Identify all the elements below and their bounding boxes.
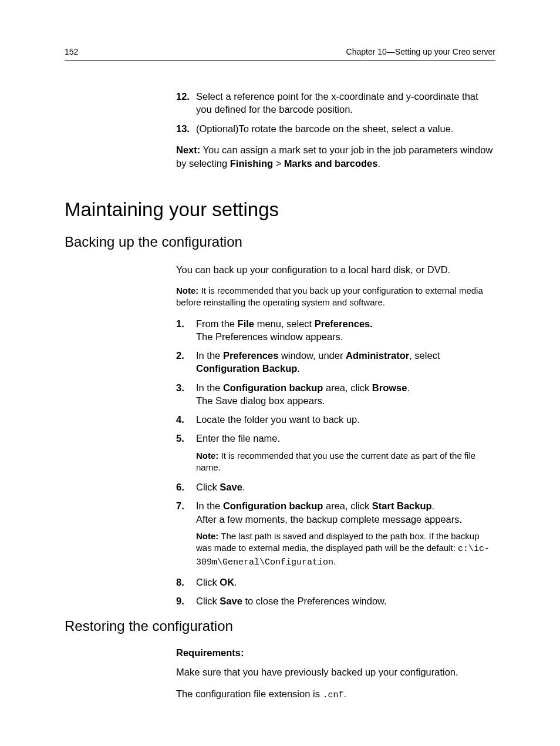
step-number: 3.	[176, 381, 196, 408]
t: The configuration file extension is	[176, 688, 322, 699]
step-body: Click OK.	[196, 576, 495, 589]
t: area, click	[323, 500, 372, 511]
content-column: 12. Select a reference point for the x-c…	[176, 90, 495, 701]
b: Save	[220, 596, 242, 606]
note-text-b: .	[333, 556, 336, 566]
file-extension-code: .cnf	[322, 690, 343, 700]
t: Click	[196, 577, 220, 587]
t: After a few moments, the backup complete…	[196, 514, 462, 525]
step-number: 4.	[176, 413, 196, 426]
backup-step-7: 7. In the Configuration backup area, cli…	[176, 499, 495, 569]
t: In the	[196, 350, 223, 361]
note-label: Note:	[196, 531, 218, 541]
t: Enter the file name.	[196, 433, 280, 443]
step-note: Note: The last path is saved and display…	[196, 530, 495, 569]
step-number: 13.	[176, 122, 196, 135]
b: Administrator	[346, 350, 409, 361]
b: Configuration Backup	[196, 363, 297, 374]
t: .	[242, 482, 245, 492]
t: Click	[196, 596, 220, 606]
t: From the	[196, 318, 238, 329]
next-bold-2: Marks and barcodes	[284, 158, 378, 169]
t: .	[344, 688, 347, 699]
t: .	[234, 577, 237, 587]
b: Preferences.	[315, 318, 373, 329]
step-body: Click Save to close the Preferences wind…	[196, 594, 495, 607]
t: The Preferences window appears.	[196, 331, 343, 342]
backup-step-2: 2. In the Preferences window, under Admi…	[176, 349, 495, 375]
t: to close the Preferences window.	[242, 596, 387, 606]
step-body: In the Configuration backup area, click …	[196, 381, 495, 408]
step-13: 13. (Optional)To rotate the barcode on t…	[176, 122, 495, 135]
step-number: 12.	[176, 90, 196, 116]
backup-step-5: 5. Enter the file name. Note: It is reco…	[176, 432, 495, 475]
heading-backup: Backing up the configuration	[65, 234, 495, 250]
backup-step-6: 6. Click Save.	[176, 480, 495, 493]
heading-maintaining: Maintaining your settings	[65, 199, 495, 221]
note-text: It is recommended that you use the curre…	[196, 451, 475, 472]
step-body: Locate the folder you want to back up.	[196, 413, 495, 426]
step-body: In the Preferences window, under Adminis…	[196, 349, 495, 375]
step-number: 5.	[176, 432, 196, 475]
t: The Save dialog box appears.	[196, 395, 325, 406]
chapter-title: Chapter 10—Setting up your Creo server	[346, 47, 495, 56]
restore-p2: The configuration file extension is .cnf…	[176, 687, 495, 701]
step-body: In the Configuration backup area, click …	[196, 499, 495, 569]
t: window, under	[278, 350, 346, 361]
b: File	[238, 318, 254, 329]
b: Configuration backup	[223, 500, 323, 511]
next-paragraph: Next: You can assign a mark set to your …	[176, 143, 495, 170]
t: .	[297, 363, 300, 374]
b: Browse	[372, 382, 407, 393]
t: Click	[196, 482, 220, 492]
backup-intro: You can back up your configuration to a …	[176, 263, 495, 277]
note-label: Note:	[196, 451, 218, 461]
t: .	[432, 500, 435, 511]
t: menu, select	[254, 318, 315, 329]
t: area, click	[323, 382, 372, 393]
note-text-a: The last path is saved and displayed to …	[196, 531, 480, 553]
b: Save	[220, 482, 242, 492]
step-12: 12. Select a reference point for the x-c…	[176, 90, 495, 116]
backup-step-9: 9. Click Save to close the Preferences w…	[176, 594, 495, 607]
backup-note: Note: It is recommended that you back up…	[176, 285, 495, 309]
step-body: Click Save.	[196, 480, 495, 493]
note-text: It is recommended that you back up your …	[176, 285, 483, 307]
heading-restore: Restoring the configuration	[65, 618, 495, 634]
backup-step-8: 8. Click OK.	[176, 576, 495, 589]
page: 152 Chapter 10—Setting up your Creo serv…	[0, 0, 560, 746]
prior-steps-list: 12. Select a reference point for the x-c…	[176, 90, 495, 135]
step-body: Enter the file name. Note: It is recomme…	[196, 432, 495, 475]
b: Start Backup	[372, 500, 432, 511]
next-text-b: >	[273, 158, 284, 169]
requirements-label: Requirements:	[176, 647, 495, 658]
page-header: 152 Chapter 10—Setting up your Creo serv…	[65, 47, 495, 61]
t: , select	[409, 350, 440, 361]
step-number: 6.	[176, 480, 196, 493]
t: In the	[196, 382, 223, 393]
backup-step-1: 1. From the File menu, select Preference…	[176, 317, 495, 344]
next-label: Next:	[176, 145, 200, 155]
b: Configuration backup	[223, 382, 323, 393]
restore-p1: Make sure that you have previously backe…	[176, 666, 495, 679]
step-text: (Optional)To rotate the barcode on the s…	[196, 122, 495, 135]
step-number: 2.	[176, 349, 196, 375]
b: OK	[220, 577, 234, 587]
step-number: 8.	[176, 576, 196, 589]
step-number: 7.	[176, 499, 196, 569]
step-number: 1.	[176, 317, 196, 344]
page-number: 152	[65, 47, 78, 56]
backup-steps-list: 1. From the File menu, select Preference…	[176, 317, 495, 608]
step-text: Select a reference point for the x-coord…	[196, 90, 495, 116]
note-label: Note:	[176, 285, 198, 295]
backup-step-3: 3. In the Configuration backup area, cli…	[176, 381, 495, 408]
t: In the	[196, 500, 223, 511]
b: Preferences	[223, 350, 278, 361]
next-bold-1: Finishing	[230, 158, 273, 169]
step-number: 9.	[176, 594, 196, 607]
next-text-c: .	[377, 158, 380, 169]
t: .	[407, 382, 410, 393]
step-note: Note: It is recommended that you use the…	[196, 450, 495, 474]
backup-step-4: 4. Locate the folder you want to back up…	[176, 413, 495, 426]
step-body: From the File menu, select Preferences. …	[196, 317, 495, 344]
